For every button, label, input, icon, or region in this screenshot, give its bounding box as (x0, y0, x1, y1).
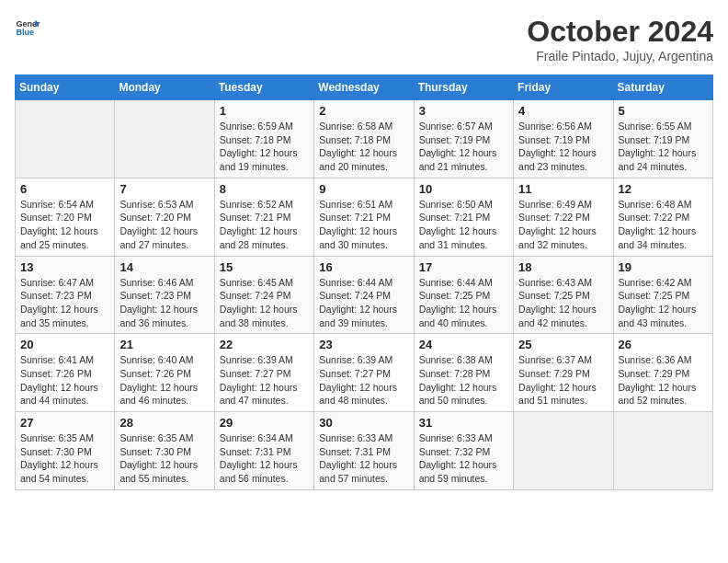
day-info: Sunrise: 6:35 AM Sunset: 7:30 PM Dayligh… (119, 431, 209, 486)
calendar-cell: 24Sunrise: 6:38 AM Sunset: 7:28 PM Dayli… (414, 334, 513, 412)
day-number: 13 (20, 260, 109, 274)
day-number: 31 (419, 416, 508, 430)
day-number: 5 (619, 104, 708, 118)
day-number: 20 (20, 338, 109, 351)
day-info: Sunrise: 6:53 AM Sunset: 7:20 PM Dayligh… (119, 198, 209, 252)
day-info: Sunrise: 6:37 AM Sunset: 7:29 PM Dayligh… (518, 353, 608, 408)
day-number: 12 (619, 182, 708, 196)
calendar-cell: 25Sunrise: 6:37 AM Sunset: 7:29 PM Dayli… (514, 334, 613, 412)
day-number: 27 (20, 416, 109, 430)
calendar-cell: 8Sunrise: 6:52 AM Sunset: 7:21 PM Daylig… (214, 178, 313, 256)
day-number: 10 (419, 182, 508, 196)
calendar-cell (514, 412, 613, 490)
calendar-week-2: 6Sunrise: 6:54 AM Sunset: 7:20 PM Daylig… (16, 178, 713, 256)
month-title: October 2024 (527, 15, 713, 49)
day-info: Sunrise: 6:44 AM Sunset: 7:24 PM Dayligh… (319, 276, 408, 330)
calendar-cell: 28Sunrise: 6:35 AM Sunset: 7:30 PM Dayli… (115, 412, 214, 490)
location-subtitle: Fraile Pintado, Jujuy, Argentina (527, 49, 713, 63)
calendar-cell: 15Sunrise: 6:45 AM Sunset: 7:24 PM Dayli… (214, 256, 313, 334)
calendar-cell: 23Sunrise: 6:39 AM Sunset: 7:27 PM Dayli… (314, 334, 414, 412)
day-info: Sunrise: 6:44 AM Sunset: 7:25 PM Dayligh… (419, 276, 508, 330)
calendar-cell: 2Sunrise: 6:58 AM Sunset: 7:18 PM Daylig… (314, 100, 414, 178)
day-number: 21 (119, 338, 209, 351)
day-info: Sunrise: 6:33 AM Sunset: 7:31 PM Dayligh… (319, 431, 408, 486)
day-info: Sunrise: 6:48 AM Sunset: 7:22 PM Dayligh… (619, 198, 708, 252)
day-info: Sunrise: 6:40 AM Sunset: 7:26 PM Dayligh… (119, 353, 209, 408)
calendar-cell: 12Sunrise: 6:48 AM Sunset: 7:22 PM Dayli… (613, 178, 712, 256)
calendar-cell: 5Sunrise: 6:55 AM Sunset: 7:19 PM Daylig… (613, 100, 712, 178)
day-info: Sunrise: 6:59 AM Sunset: 7:18 PM Dayligh… (220, 120, 309, 174)
calendar-cell (115, 100, 214, 178)
page-header: General Blue October 2024 Fraile Pintado… (15, 15, 713, 63)
calendar-cell (16, 100, 115, 178)
day-number: 18 (518, 260, 608, 274)
weekday-header-wednesday: Wednesday (314, 75, 414, 100)
day-info: Sunrise: 6:36 AM Sunset: 7:29 PM Dayligh… (619, 353, 708, 408)
day-number: 15 (220, 260, 309, 274)
calendar-week-5: 27Sunrise: 6:35 AM Sunset: 7:30 PM Dayli… (16, 412, 713, 490)
logo-icon: General Blue (15, 15, 40, 40)
day-info: Sunrise: 6:57 AM Sunset: 7:19 PM Dayligh… (419, 120, 508, 174)
day-number: 26 (619, 338, 708, 351)
calendar-table: SundayMondayTuesdayWednesdayThursdayFrid… (15, 75, 713, 490)
calendar-cell: 10Sunrise: 6:50 AM Sunset: 7:21 PM Dayli… (414, 178, 513, 256)
day-number: 25 (518, 338, 608, 351)
calendar-cell: 26Sunrise: 6:36 AM Sunset: 7:29 PM Dayli… (613, 334, 712, 412)
calendar-cell: 29Sunrise: 6:34 AM Sunset: 7:31 PM Dayli… (214, 412, 313, 490)
day-number: 19 (619, 260, 708, 274)
calendar-cell: 4Sunrise: 6:56 AM Sunset: 7:19 PM Daylig… (514, 100, 613, 178)
day-number: 14 (119, 260, 209, 274)
day-number: 28 (119, 416, 209, 430)
day-number: 29 (220, 416, 309, 430)
day-info: Sunrise: 6:56 AM Sunset: 7:19 PM Dayligh… (518, 120, 608, 174)
calendar-cell: 31Sunrise: 6:33 AM Sunset: 7:32 PM Dayli… (414, 412, 513, 490)
calendar-cell: 11Sunrise: 6:49 AM Sunset: 7:22 PM Dayli… (514, 178, 613, 256)
weekday-header-sunday: Sunday (16, 75, 115, 100)
calendar-cell: 14Sunrise: 6:46 AM Sunset: 7:23 PM Dayli… (115, 256, 214, 334)
day-number: 7 (119, 182, 209, 196)
day-number: 6 (20, 182, 109, 196)
day-info: Sunrise: 6:42 AM Sunset: 7:25 PM Dayligh… (619, 276, 708, 330)
calendar-cell: 21Sunrise: 6:40 AM Sunset: 7:26 PM Dayli… (115, 334, 214, 412)
day-info: Sunrise: 6:34 AM Sunset: 7:31 PM Dayligh… (220, 431, 309, 486)
calendar-cell: 19Sunrise: 6:42 AM Sunset: 7:25 PM Dayli… (613, 256, 712, 334)
day-number: 4 (518, 104, 608, 118)
day-info: Sunrise: 6:39 AM Sunset: 7:27 PM Dayligh… (220, 353, 309, 408)
day-number: 23 (319, 338, 408, 351)
calendar-cell: 18Sunrise: 6:43 AM Sunset: 7:25 PM Dayli… (514, 256, 613, 334)
calendar-cell: 22Sunrise: 6:39 AM Sunset: 7:27 PM Dayli… (214, 334, 313, 412)
day-info: Sunrise: 6:41 AM Sunset: 7:26 PM Dayligh… (20, 353, 109, 408)
day-number: 22 (220, 338, 309, 351)
day-info: Sunrise: 6:35 AM Sunset: 7:30 PM Dayligh… (20, 431, 109, 486)
day-number: 24 (419, 338, 508, 351)
calendar-week-1: 1Sunrise: 6:59 AM Sunset: 7:18 PM Daylig… (16, 100, 713, 178)
day-info: Sunrise: 6:45 AM Sunset: 7:24 PM Dayligh… (220, 276, 309, 330)
day-info: Sunrise: 6:49 AM Sunset: 7:22 PM Dayligh… (518, 198, 608, 252)
day-info: Sunrise: 6:52 AM Sunset: 7:21 PM Dayligh… (220, 198, 309, 252)
day-number: 17 (419, 260, 508, 274)
calendar-cell: 7Sunrise: 6:53 AM Sunset: 7:20 PM Daylig… (115, 178, 214, 256)
day-number: 30 (319, 416, 408, 430)
day-info: Sunrise: 6:58 AM Sunset: 7:18 PM Dayligh… (319, 120, 408, 174)
day-number: 11 (518, 182, 608, 196)
weekday-header-row: SundayMondayTuesdayWednesdayThursdayFrid… (16, 75, 713, 100)
weekday-header-saturday: Saturday (613, 75, 712, 100)
calendar-cell: 3Sunrise: 6:57 AM Sunset: 7:19 PM Daylig… (414, 100, 513, 178)
logo: General Blue (15, 15, 40, 40)
weekday-header-tuesday: Tuesday (214, 75, 313, 100)
calendar-cell: 20Sunrise: 6:41 AM Sunset: 7:26 PM Dayli… (16, 334, 115, 412)
day-number: 1 (220, 104, 309, 118)
day-info: Sunrise: 6:51 AM Sunset: 7:21 PM Dayligh… (319, 198, 408, 252)
weekday-header-thursday: Thursday (414, 75, 513, 100)
calendar-week-3: 13Sunrise: 6:47 AM Sunset: 7:23 PM Dayli… (16, 256, 713, 334)
day-number: 3 (419, 104, 508, 118)
svg-text:Blue: Blue (16, 28, 34, 37)
day-info: Sunrise: 6:50 AM Sunset: 7:21 PM Dayligh… (419, 198, 508, 252)
title-block: October 2024 Fraile Pintado, Jujuy, Arge… (527, 15, 713, 63)
day-number: 16 (319, 260, 408, 274)
day-info: Sunrise: 6:46 AM Sunset: 7:23 PM Dayligh… (119, 276, 209, 330)
day-info: Sunrise: 6:33 AM Sunset: 7:32 PM Dayligh… (419, 431, 508, 486)
calendar-cell: 1Sunrise: 6:59 AM Sunset: 7:18 PM Daylig… (214, 100, 313, 178)
calendar-cell: 13Sunrise: 6:47 AM Sunset: 7:23 PM Dayli… (16, 256, 115, 334)
calendar-cell (613, 412, 712, 490)
